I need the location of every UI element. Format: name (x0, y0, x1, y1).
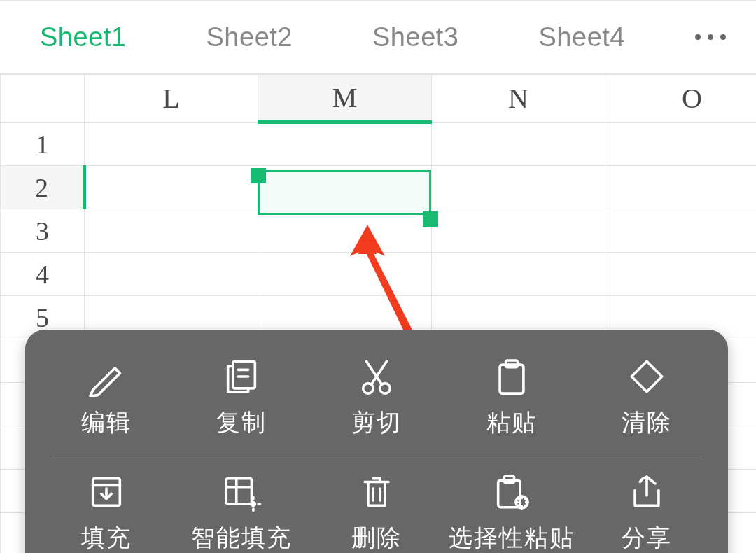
ctx-label: 粘贴 (486, 407, 537, 439)
row-label: 2 (35, 173, 48, 202)
svg-rect-4 (233, 361, 255, 388)
column-header-O[interactable]: O (606, 75, 757, 122)
ellipsis-icon (720, 34, 726, 40)
sheet-tab-1[interactable]: Sheet1 (0, 1, 167, 74)
svg-rect-9 (500, 365, 524, 393)
cell-O2[interactable] (606, 166, 757, 209)
more-tabs-button[interactable] (665, 1, 756, 74)
row-label: 5 (36, 303, 49, 332)
ctx-label: 复制 (216, 407, 267, 439)
row-label: 1 (36, 130, 49, 159)
row-header-1[interactable]: 1 (1, 122, 85, 166)
ctx-clear-button[interactable]: 清除 (579, 356, 714, 439)
pencil-icon (86, 356, 127, 397)
column-header-L[interactable]: L (85, 75, 258, 122)
cell-M1[interactable] (258, 122, 432, 166)
copy-icon (221, 356, 262, 397)
sheet-tab-label: Sheet2 (206, 22, 293, 52)
column-label: L (162, 83, 179, 114)
cell-O3[interactable] (606, 209, 757, 253)
ctx-label: 分享 (622, 522, 672, 553)
cell-N2[interactable] (432, 166, 606, 209)
column-label: M (332, 82, 358, 113)
row-header-2[interactable]: 2 (1, 166, 85, 209)
scissors-icon (356, 356, 397, 397)
column-header-N[interactable]: N (432, 75, 606, 122)
row-label: 4 (36, 260, 49, 289)
fill-down-icon (86, 472, 127, 512)
ctx-fill-button[interactable]: 填充 (39, 472, 174, 553)
ellipsis-icon (695, 34, 701, 40)
row-header-4[interactable]: 4 (1, 253, 85, 296)
cell-L3[interactable] (85, 209, 258, 253)
column-header-M[interactable]: M (258, 75, 432, 122)
sheet-tab-2[interactable]: Sheet2 (167, 1, 333, 74)
smart-fill-icon (221, 472, 262, 512)
clipboard-gear-icon (491, 472, 532, 512)
column-label: O (682, 83, 702, 114)
ctx-copy-button[interactable]: 复制 (174, 356, 309, 439)
ctx-label: 删除 (351, 522, 402, 553)
ctx-delete-button[interactable]: 删除 (309, 472, 444, 553)
sheet-tab-label: Sheet3 (372, 22, 458, 52)
cell-N4[interactable] (432, 253, 606, 296)
cell-L4[interactable] (85, 253, 258, 296)
cell-L2[interactable] (85, 166, 258, 209)
svg-rect-13 (226, 479, 251, 504)
ctx-cut-button[interactable]: 剪切 (309, 356, 444, 439)
share-icon (626, 472, 667, 512)
cell-N3[interactable] (432, 209, 606, 253)
clipboard-icon (491, 356, 532, 397)
cell-O1[interactable] (606, 122, 757, 166)
ctx-label: 智能填充 (191, 522, 292, 553)
ctx-label: 选择性粘贴 (449, 522, 575, 553)
ctx-label: 剪切 (351, 407, 402, 439)
ctx-edit-button[interactable]: 编辑 (39, 356, 174, 439)
ctx-label: 编辑 (81, 407, 132, 439)
row-header-3[interactable]: 3 (1, 209, 85, 253)
ctx-paste-special-button[interactable]: 选择性粘贴 (444, 472, 579, 553)
cell-O4[interactable] (606, 253, 757, 296)
sheet-tab-strip: Sheet1 Sheet2 Sheet3 Sheet4 (0, 0, 756, 74)
sheet-tab-label: Sheet4 (539, 22, 625, 52)
cell-M2[interactable] (258, 166, 432, 209)
cell-M4[interactable] (258, 253, 432, 296)
sheet-tab-label: Sheet1 (40, 22, 126, 52)
selection-handle-bottom-right[interactable] (423, 211, 438, 227)
cell-N1[interactable] (432, 122, 606, 166)
ctx-share-button[interactable]: 分享 (579, 472, 714, 553)
row-label: 3 (36, 216, 49, 246)
column-label: N (508, 83, 528, 114)
ctx-label: 清除 (622, 407, 672, 439)
selection-handle-top-left[interactable] (251, 168, 266, 183)
corner-cell[interactable] (1, 75, 85, 122)
spreadsheet-area[interactable]: L M N O 1 2 3 4 5 6 7 8 9 10 编辑 (0, 74, 756, 553)
ctx-smart-fill-button[interactable]: 智能填充 (174, 472, 309, 553)
svg-point-16 (252, 503, 255, 506)
trash-icon (356, 472, 397, 512)
context-menu: 编辑 复制 剪切 粘贴 清除 填充 (25, 330, 728, 553)
ctx-paste-button[interactable]: 粘贴 (444, 356, 579, 439)
sheet-tab-3[interactable]: Sheet3 (332, 1, 499, 74)
ellipsis-icon (708, 34, 713, 40)
sheet-tab-4[interactable]: Sheet4 (499, 1, 666, 74)
ctx-label: 填充 (81, 522, 132, 553)
cell-L1[interactable] (85, 122, 258, 166)
cell-M3[interactable] (258, 209, 432, 253)
eraser-icon (626, 356, 667, 397)
